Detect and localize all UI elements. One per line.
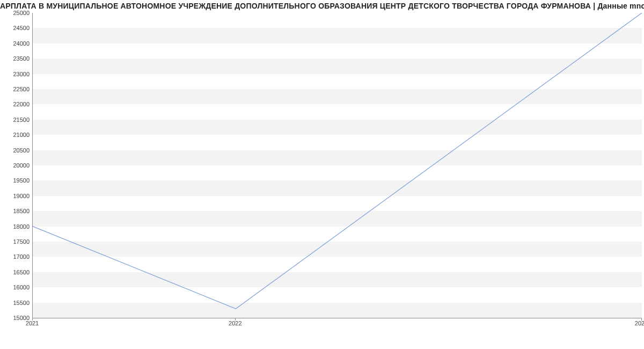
x-tick-label: 2021: [26, 320, 39, 326]
y-tick-label: 22500: [3, 86, 30, 92]
plot-area: [32, 13, 642, 318]
y-tick-label: 22000: [3, 101, 30, 107]
y-tick-label: 25000: [3, 10, 30, 16]
x-tick-label: 2022: [229, 320, 241, 326]
y-tick-label: 17500: [3, 238, 30, 245]
y-tick-label: 21500: [3, 117, 30, 123]
y-tick-label: 16500: [3, 269, 30, 275]
y-tick-label: 23000: [3, 71, 30, 77]
y-tick-label: 19000: [3, 193, 30, 199]
y-tick-label: 19500: [3, 177, 30, 184]
y-tick-label: 18000: [3, 223, 30, 230]
chart-title: АРПЛАТА В МУНИЦИПАЛЬНОЕ АВТОНОМНОЕ УЧРЕЖ…: [0, 0, 644, 10]
y-tick-label: 20500: [3, 147, 30, 154]
x-tick-mark: [32, 318, 33, 321]
y-tick-label: 17000: [3, 253, 30, 260]
y-tick-label: 23500: [3, 55, 30, 62]
x-tick-label: 2024: [635, 320, 644, 326]
y-tick-label: 24000: [3, 40, 30, 47]
y-tick-label: 16000: [3, 284, 30, 290]
x-tick-mark: [235, 318, 236, 321]
y-tick-label: 15500: [3, 300, 30, 306]
y-tick-label: 21000: [3, 132, 30, 138]
chart-area: 1500015500160001650017000175001800018500…: [0, 13, 644, 335]
y-tick-label: 20000: [3, 162, 30, 169]
line-series: [33, 13, 642, 318]
x-tick-mark: [641, 318, 642, 321]
y-tick-label: 18500: [3, 208, 30, 214]
y-tick-label: 24500: [3, 25, 30, 31]
